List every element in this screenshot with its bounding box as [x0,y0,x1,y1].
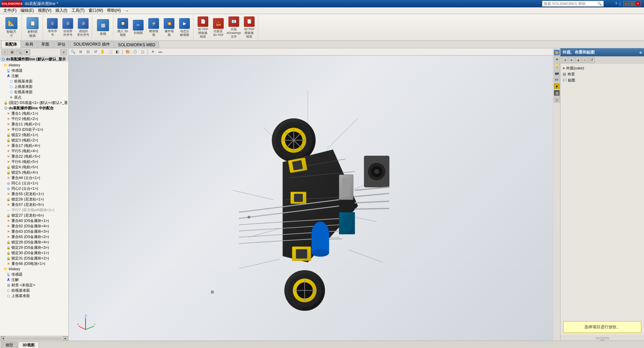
mate-concentric2[interactable]: ◎ 同心2 (云台<1>) [0,186,68,191]
tree-right-plane[interactable]: ⬡ 右视基准面 [0,89,68,95]
tree-annotation-1[interactable]: A 注解 [0,73,68,78]
menu-tools[interactable]: 工具(T) [69,7,87,14]
menu-arrow[interactable]: → [123,7,131,14]
mate-parallel3[interactable]: ✕ 平行3 (DS齿子<1>) [0,127,68,132]
tree-top-plane[interactable]: ⬡ 上视基准面 [0,84,68,89]
mate-parallel7[interactable]: — 平行7 (双天线wifi模块<1>) [0,207,68,213]
tree-history-2[interactable]: 📁 History [0,266,68,272]
tree-sensor-2[interactable]: 📡 传感器 [0,272,68,277]
search-icon[interactable]: 🔍 [597,2,602,6]
mate-lock4[interactable]: 🔒 锁定4 (电机<5>) [0,164,68,170]
vp-scene-btn[interactable]: ☀ [150,49,156,55]
rib-color-btn[interactable]: ● [554,83,560,89]
minimize-btn[interactable]: ─ [623,1,629,6]
scroll-right-btn[interactable]: ▸ [63,336,68,341]
bottom-tab-3dview[interactable]: 3D视图 [18,342,39,348]
tab-evaluate[interactable]: 评估 [54,41,69,48]
mate-lock31[interactable]: 🔒 锁定31 (DS金属块<2>) [0,255,68,261]
rp-home-btn[interactable]: ⌂ [582,57,588,63]
lp-btn-1[interactable]: ↑ [1,49,8,55]
mate-concentric1[interactable]: ◎ 同心1 (云台<1>) [0,180,68,186]
tree-annotation-2[interactable]: A 注解 [0,277,68,282]
stack-balloon-btn[interactable]: ③ 成组的零件序号 [76,16,91,39]
mate-coincident63[interactable]: ✕ 重合63 (DS金属块<3>) [0,229,68,234]
vp-pan-btn[interactable]: ✋ [100,49,106,55]
tab-sw-plugins[interactable]: SOLIDWORKS 插件 [70,41,114,48]
mate-lock26[interactable]: 🔒 锁定26 (尼龙柱<1>) [0,196,68,202]
tree-front-plane-2[interactable]: ⬡ 前视基准面 [0,288,68,293]
mate-lock2[interactable]: 🔒 锁定2 (电机<1>) [0,132,68,137]
rib-scene-btn[interactable]: ☀ [554,56,560,62]
publish-edrawings-btn[interactable]: 📧 出版eDrawings文件 [226,16,241,39]
balloon-btn[interactable]: ① 零件序号 [45,16,60,39]
mate-lock30[interactable]: 🔒 锁定30 (DS金属块<1>) [0,250,68,255]
mate-coincident17[interactable]: ✕ 重合17 (电机<4>) [0,143,68,148]
dynamic-annotation-btn[interactable]: ▶ 动态注解视图 [177,16,192,39]
lp-btn-2[interactable]: ⊞ [9,49,15,55]
expand-handle[interactable]: ··· [596,337,609,339]
tree-root-item[interactable]: ⬡ ds装配爆炸图line (默认<<默认_显示 [0,56,68,62]
smart-dimension-btn[interactable]: 📐 智能尺寸 [3,16,20,39]
rp-back-btn[interactable]: ◂ [562,57,568,63]
mate-lock27[interactable]: 🔒 锁定27 (尼龙柱<6>) [0,213,68,218]
section-view-btn[interactable]: ✂ 剖视图 [131,16,146,39]
vp-rotate-btn[interactable]: ↺ [92,49,98,55]
mate-coincident1[interactable]: ✕ 重合1 (电机<1>) [0,111,68,116]
mate-coincident44[interactable]: ✕ 重合44 (云台<1>) [0,175,68,180]
mate-lock3[interactable]: 🔒 锁定3 (电机<2>) [0,137,68,143]
lp-expand-btn[interactable]: » [60,49,67,55]
user-icon[interactable]: 👤 [618,2,623,6]
bottom-tab-model[interactable]: 模型 [1,342,17,348]
tree-material[interactable]: ▦ 材质 <未指定> [0,282,68,288]
search-input[interactable] [544,2,597,6]
menu-view[interactable]: 视图(V) [36,7,53,14]
rib-decal-btn[interactable]: 🏷 [554,76,560,82]
mate-coincident55[interactable]: ✕ 重合55 (尼龙柱<1>) [0,191,68,196]
mate-coincident66[interactable]: ✕ 重合66 (DS电池<1>) [0,261,68,266]
publish-3dpdf-btn[interactable]: 📤 出版至3D PDF [211,16,226,39]
tree-mate-folder[interactable]: ⬡ ds装配爆炸图line 中的配合 [0,105,68,111]
lp-btn-3[interactable]: 🔍 [16,49,23,55]
vp-section-btn[interactable]: ⬜ [107,49,113,55]
tree-origin[interactable]: ✚ 原点 [0,95,68,100]
rib-lights-btn[interactable]: 💡 [554,63,560,69]
tree-sensor-1[interactable]: 📡 传感器 [0,68,68,73]
tree-front-plane[interactable]: ⬡ 前视基准面 [0,78,68,84]
menu-help[interactable]: 帮助(H) [105,7,123,14]
rib-appearance-btn[interactable]: 🎨 [554,50,560,56]
mate-parallel2[interactable]: ✕ 平行2 (电机<2>) [0,116,68,121]
vp-display-btn[interactable]: ◧ [114,49,120,55]
mate-coincident65[interactable]: ✕ 重合65 (DS金属块<2>) [0,234,68,239]
rp-up-btn[interactable]: ▲ [575,57,581,63]
mate-lock29[interactable]: 🔒 锁定29 (DS金属块<3>) [0,245,68,250]
vp-hidden-btn[interactable]: ◻ [140,49,146,55]
menu-insert[interactable]: 插入(I) [53,7,69,14]
vp-more-btn[interactable]: ••• [157,49,163,55]
close-btn[interactable]: ✕ [635,1,641,6]
3dpdf-template2-btn[interactable]: 📑 3D PDF模板编辑器 [242,16,257,39]
auto-balloon-btn[interactable]: ② 自动零件序号 [60,16,75,39]
3d-viewport[interactable]: 🔍 ⊖ ⊡ ↺ ✋ ⬜ ◧ 🎨 ⬡ ◻ ☀ ••• [69,48,553,341]
menu-window[interactable]: 窗口(W) [87,7,105,14]
rp-item-appearance[interactable]: ● 外观(color) [562,65,643,71]
menu-file[interactable]: 文件(F) [1,7,18,14]
mate-lock5[interactable]: 🔒 锁定5 (电机<4>) [0,170,68,175]
mate-parallel6[interactable]: ✕ 平行6 (电机<5>) [0,159,68,164]
menu-edit[interactable]: 编辑(E) [18,7,36,14]
rib-render-btn[interactable]: ◻ [554,97,560,103]
rp-item-decal[interactable]: 🏷 贴图 [562,77,643,83]
broken-view-btn[interactable]: ⚡ 断裂视图 [146,16,161,39]
rp-item-scene[interactable]: ▦ 布景 [562,71,643,77]
right-panel-collapse-btn[interactable]: « [639,50,642,55]
bom-btn[interactable]: 📋 材料明细表 [24,16,41,39]
rp-forward-btn[interactable]: ▸ [569,57,575,63]
tab-assembly[interactable]: 装配体 [1,41,21,48]
tree-history-1[interactable]: 📁 History [0,62,68,68]
mate-parallel5[interactable]: ✕ 平行5 (电机<4>) [0,148,68,154]
tab-sketch[interactable]: 草图 [38,41,53,48]
mate-coincident22[interactable]: ✕ 重合22 (电机<5>) [0,154,68,159]
vp-shaded-btn[interactable]: 🎨 [125,49,131,55]
mate-coincident62[interactable]: ✕ 重合62 (DS金属块<4>) [0,223,68,229]
tree-fixed-chassis[interactable]: 🔒 (固定) DS底盘<1> (默认<<默认>_显 [0,100,68,105]
vp-zoom-fit-btn[interactable]: ⊡ [85,49,91,55]
